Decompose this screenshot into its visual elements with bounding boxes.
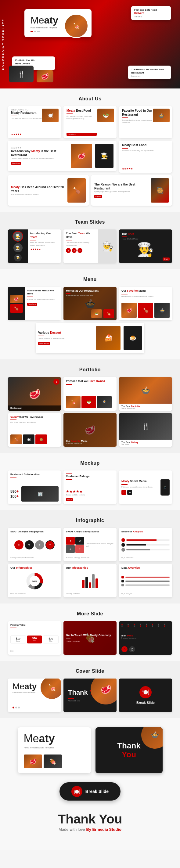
pie-chart-1: 50%: [26, 573, 43, 589]
menu-fav-img-2: 🍗: [138, 303, 153, 318]
cover-slide-title: Cover Slide: [5, 669, 175, 674]
info-card-1: SWOT Analysis Infographics S W O T Strat…: [8, 528, 61, 561]
about-card-3: Favorite Food in Our Restaurant Top rate…: [119, 106, 172, 138]
cover-card-break: 🍽️ Break Slide: [119, 679, 172, 712]
more-card-1: Pricing Table $10 Basic $20 Pro $30 Plus: [8, 621, 61, 655]
mockup-card-3: Meaty Social Media Follow us on social m…: [119, 470, 172, 504]
hero-sidebar: POWERPOINT TEMPLATE: [0, 0, 7, 89]
thankyou-brand: Meaty: [24, 732, 85, 745]
info-card-3: Business Analysis: [119, 528, 172, 561]
thankyou-cards-grid: Meaty Food Presentation Template 🥩 🍖 🍲 T…: [5, 727, 175, 773]
port-card-3-img: 🍲: [119, 377, 172, 404]
team-card-2: The Best Team We Have Our chefs are awar…: [63, 229, 117, 263]
about-card-1-img: 🍽️: [42, 108, 59, 122]
delivery-title: Fast and Safe FoodDelivery: [134, 8, 168, 15]
infographic-section: Infographic SWOT Analysis Infographics S…: [0, 510, 180, 603]
cover-meaty-food-img: 🍖: [40, 679, 61, 700]
thankyou-final-section: Meaty Food Presentation Template 🥩 🍖 🍲 T…: [0, 718, 180, 850]
menu-grid: 🥩 🍗 Some of the Menus We Have Explore ou…: [5, 287, 175, 320]
about-card-4-img2: 👨‍🍳: [95, 144, 114, 168]
cover-card-thankyou: 🥩 Thank You Made with love: [63, 679, 117, 712]
menu-fav-img-1: 🥩: [121, 303, 137, 318]
final-thankyou: Thank You Made with love By Ermedia Stud…: [5, 807, 175, 844]
menu-title: Menu: [5, 277, 175, 282]
cover-card-meaty: Meaty Food Presentation Template 🍖: [8, 679, 61, 712]
menu-card-4: Various Dessert Sweet endings to a perfe…: [36, 323, 144, 353]
menu-card-3: Our Favorite Menu Handpicked selections …: [119, 287, 172, 320]
thankyou-brand-subtitle: Food Presentation Template: [24, 746, 85, 749]
break-slide-button: 🍽️ Break Slide: [59, 782, 121, 801]
hero-delivery-card: Fast and Safe FoodDelivery ★★★★★: [131, 6, 171, 20]
team-card-3: Our Chef Head Chef at Meaty 👨‍🍳 Chef: [119, 229, 172, 263]
phone-mockup: 📱: [160, 479, 170, 496]
portfolio-section: Portfolio 🥩 Restaurant 1 Portfolio that …: [0, 360, 180, 453]
infographic-title: Infographic: [5, 518, 175, 523]
hero-img-left: 🍴: [9, 66, 34, 82]
team-card-1: 👨‍🍳 👩‍🍳 🧑‍🍳 Introducing Our Team Meet th…: [8, 229, 61, 263]
menu-fav-img-3: 🍲: [154, 303, 170, 318]
more-card-2: 🍖 Get In Touch With Meaty Company Contac…: [63, 621, 117, 655]
thankyou-meaty-food-img: 🥩: [24, 754, 42, 768]
about-card-1: Welcome to Meaty Restaurant Discover the…: [8, 106, 61, 138]
menu-img-2: 🍗: [10, 304, 23, 313]
sidebar-text: POWERPOINT TEMPLATE: [2, 19, 5, 70]
about-card-4-img: 🥩: [71, 144, 92, 168]
mockup-card-1: Restaurant Collaboration 590+ 100+ 🏢: [8, 470, 61, 504]
about-card-7: The Reason We are the Best Restaurant Qu…: [91, 175, 172, 206]
info-card-2: SWOT Analysis Infographics S W O T Compr…: [63, 528, 117, 561]
team-card-2-img: 👨‍🍳: [98, 229, 117, 263]
about-card-7-img: 🥘: [151, 178, 169, 203]
hero-food-circle: 🍖: [64, 14, 88, 38]
port-card-5: 🥩 Our Favorite Menu Premium selections: [63, 413, 117, 447]
team-title: Team Slides: [5, 219, 175, 225]
menu-card-2: 🍲 Menus at Our Restaurant Authentic flav…: [63, 287, 117, 320]
menu-sub-img-2: 🍖: [103, 309, 114, 318]
about-card-2: Meaty Best Food Our signature dishes mad…: [63, 106, 117, 138]
team-grid: 👨‍🍳 👩‍🍳 🧑‍🍳 Introducing Our Team Meet th…: [5, 229, 175, 263]
more-slide-title: More Slide: [5, 611, 175, 617]
break-label: Break Slide: [137, 701, 155, 705]
thankyou-meaty-card: Meaty Food Presentation Template 🥩 🍖: [18, 727, 91, 773]
hero-img-bottom: 🥩: [37, 70, 53, 82]
cover-grid: Meaty Food Presentation Template 🍖 🥩: [5, 679, 175, 712]
about-us-section: About Us Welcome to Meaty Restaurant Dis…: [0, 89, 180, 212]
more-card-3: Icon Pack Included elements ☆ ⬡: [119, 621, 172, 655]
mockup-card-2: Customer Ratings ★★★★★ Based on 500+ rev…: [63, 470, 117, 504]
about-card-6-img: 🍗: [67, 178, 86, 203]
menu-sub-img-1: 🥗: [91, 309, 102, 318]
info-card-5: Our Infographics Monthly statistics: [63, 564, 117, 597]
portfolio-title: Portfolio that WeHave Owned: [15, 59, 52, 65]
menu-card-1: 🥩 🍗 Some of the Menus We Have Explore ou…: [8, 287, 61, 320]
port-card-1: 🥩 Restaurant 1: [8, 377, 61, 411]
thankyou-card: 🍲 ThankYou: [95, 727, 162, 773]
about-card-3-img: 🍲: [153, 108, 170, 122]
break-icon: 🍽️: [140, 686, 152, 699]
thankyou-food-circle: 🍲: [141, 727, 162, 749]
final-thankyou-subtitle: Made with love By Ermedia Studio: [9, 827, 171, 832]
about-card-5: Meaty Best Food Best dishes crafted by o…: [119, 141, 172, 173]
menu-section: Menu 🥩 🍗 Some of the Menus We Have Explo…: [0, 269, 180, 360]
more-grid: Pricing Table $10 Basic $20 Pro $30 Plus: [5, 621, 175, 655]
mockup-img-1: 🏢: [21, 486, 59, 502]
hero-reason-card: The Reason We are the BestRestaurant Lea…: [128, 66, 171, 79]
port-card-4: Gallery that We Have Owned Our finest mo…: [8, 413, 61, 447]
svg-text:50%: 50%: [32, 580, 37, 583]
menu-dessert-img2: 🍮: [124, 326, 142, 350]
thankyou-text: ThankYou: [117, 741, 141, 759]
info-card-6: Data Overview W, T analysis: [119, 564, 172, 597]
final-thankyou-title: Thank You: [9, 813, 171, 826]
port-card-6: 🍴 The Best Gallery We Have: [119, 413, 172, 447]
about-us-title: About Us: [5, 96, 175, 102]
cover-slide-section: Cover Slide Meaty Food Presentation Temp…: [0, 661, 180, 718]
menu-dessert-img: 🍰: [96, 326, 121, 350]
port-card-2: Portfolio that We Have Owned 🍖 🥗 🍳: [63, 377, 117, 411]
info-card-4: Our Infographics 50% Data visualizations: [8, 564, 61, 597]
reason-title: The Reason We are the BestRestaurant: [131, 68, 168, 74]
mockup-grid: Restaurant Collaboration 590+ 100+ 🏢: [5, 470, 175, 504]
hero-section: POWERPOINT TEMPLATE Meaty Food Presentat…: [0, 0, 180, 89]
menu-img-1: 🥩: [10, 295, 23, 303]
about-card-6: Meaty Has Been Around For Over 20 Years …: [8, 175, 89, 206]
break-slide-label: Break Slide: [85, 789, 109, 794]
port-card-6-img: 🍴: [119, 413, 172, 440]
portfolio-title-text: Portfolio: [5, 367, 175, 373]
